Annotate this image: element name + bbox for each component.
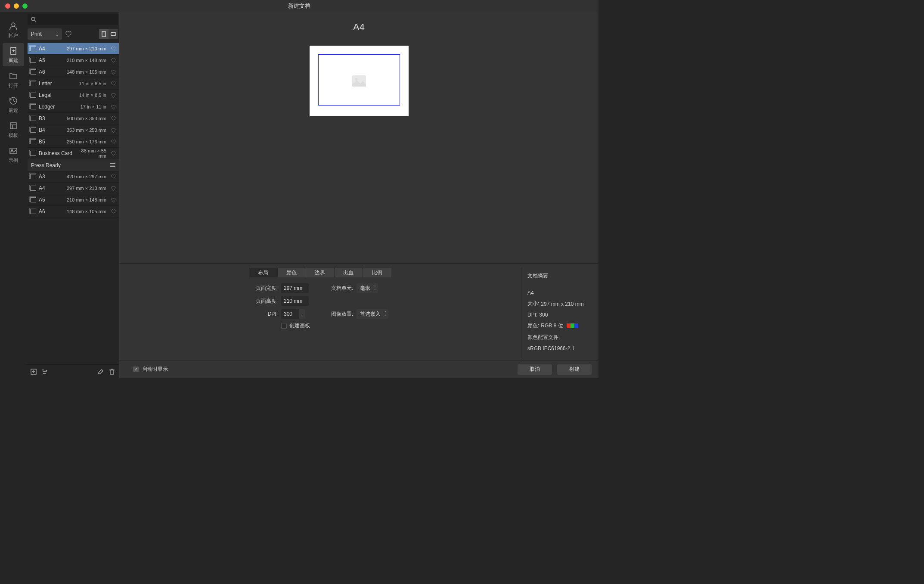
favorite-icon[interactable] (111, 116, 116, 121)
add-category-icon[interactable] (41, 368, 48, 375)
favorite-icon[interactable] (111, 127, 116, 133)
preset-item[interactable]: A4297 mm × 210 mm (28, 183, 119, 194)
svg-rect-13 (111, 33, 115, 36)
summary-dpi: 300 (539, 312, 548, 318)
favorite-icon[interactable] (111, 69, 116, 75)
preview-title: A4 (353, 22, 365, 33)
preset-item[interactable]: B4353 mm × 250 mm (28, 124, 119, 136)
section-label: Press Ready (31, 162, 61, 168)
favorite-icon[interactable] (111, 197, 116, 203)
delete-icon[interactable] (109, 368, 115, 375)
cancel-button[interactable]: 取消 (518, 364, 552, 375)
tab-0[interactable]: 布局 (249, 268, 278, 277)
window-title: 新建文档 (288, 2, 310, 10)
page-icon (30, 209, 36, 214)
favorite-icon[interactable] (111, 81, 116, 87)
create-artboard-checkbox[interactable] (281, 323, 287, 329)
page-height-input[interactable] (281, 296, 309, 306)
dpi-label: DPI: (252, 311, 278, 317)
page-icon (30, 58, 36, 63)
summary-profile: sRGB IEC61966-2.1 (527, 345, 592, 351)
preset-item[interactable]: A5210 mm × 148 mm (28, 55, 119, 66)
rail-item-folder[interactable]: 打开 (3, 68, 24, 91)
summary-title: 文档摘要 (527, 272, 592, 280)
show-startup-checkbox[interactable] (133, 367, 139, 372)
svg-rect-5 (10, 123, 16, 129)
preset-size: 148 mm × 105 mm (48, 69, 106, 75)
rail-item-recent[interactable]: 最近 (3, 93, 24, 116)
page-icon (30, 104, 36, 109)
svg-line-11 (34, 20, 36, 22)
page-width-input[interactable] (281, 283, 309, 293)
rail-label: 新建 (9, 57, 18, 64)
preset-name: B3 (39, 115, 45, 121)
rail-item-new[interactable]: 新建 (3, 43, 24, 66)
summary-profile-label: 颜色配置文件: (527, 334, 592, 341)
page-width-label: 页面宽度: (252, 285, 278, 292)
add-preset-icon[interactable] (30, 368, 37, 375)
preset-item[interactable]: A4297 mm × 210 mm (28, 43, 119, 55)
rail-item-user[interactable]: 帐户 (3, 18, 24, 41)
tab-3[interactable]: 出血 (335, 268, 363, 277)
favorite-icon[interactable] (111, 186, 116, 191)
svg-point-10 (31, 17, 35, 21)
summary-size-label: 大小: (527, 300, 539, 308)
preset-item[interactable]: A5210 mm × 148 mm (28, 194, 119, 206)
preset-item[interactable]: Business Card88 mm × 55 mm (28, 148, 119, 159)
favorite-icon[interactable] (111, 209, 116, 214)
page-icon (30, 81, 36, 86)
summary-color-label: 颜色: (527, 322, 539, 329)
color-swatches (567, 323, 578, 328)
preset-item[interactable]: B3500 mm × 353 mm (28, 113, 119, 124)
close-button[interactable] (5, 3, 10, 9)
rail-item-template[interactable]: 模板 (3, 118, 24, 141)
folder-icon (9, 71, 18, 81)
favorite-icon[interactable] (111, 58, 116, 63)
tab-4[interactable]: 比例 (363, 268, 391, 277)
recent-icon (9, 96, 18, 106)
favorite-filter-icon[interactable] (65, 30, 72, 38)
favorite-icon[interactable] (111, 93, 116, 98)
create-button[interactable]: 创建 (557, 364, 592, 375)
preset-item[interactable]: Letter11 in × 8.5 in (28, 78, 119, 90)
doc-units-select[interactable]: 毫米 (357, 283, 378, 293)
preset-size: 88 mm × 55 mm (75, 148, 106, 158)
preview-area: A4 (119, 12, 598, 263)
preset-item[interactable]: B5250 mm × 176 mm (28, 136, 119, 148)
preset-item[interactable]: Legal14 in × 8.5 in (28, 90, 119, 101)
orientation-landscape[interactable] (109, 29, 118, 39)
favorite-icon[interactable] (111, 151, 116, 156)
category-select[interactable]: Print ⌃⌄ (28, 28, 62, 40)
dpi-input[interactable] (281, 309, 299, 319)
show-startup-label: 启动时显示 (142, 366, 168, 373)
preset-item[interactable]: Ledger17 in × 11 in (28, 101, 119, 113)
window-controls (5, 3, 28, 9)
preset-item[interactable]: A3420 mm × 297 mm (28, 171, 119, 183)
favorite-icon[interactable] (111, 104, 116, 110)
settings-area: 布局颜色边界出血比例 页面宽度: 页面高度: DPI: (119, 263, 598, 360)
maximize-button[interactable] (22, 3, 28, 9)
tab-2[interactable]: 边界 (306, 268, 335, 277)
search-input[interactable] (28, 14, 118, 25)
rail-label: 帐户 (9, 32, 18, 39)
favorite-icon[interactable] (111, 174, 116, 180)
tab-1[interactable]: 颜色 (278, 268, 306, 277)
preset-section-header[interactable]: Press Ready (28, 159, 119, 171)
preset-item[interactable]: A6148 mm × 105 mm (28, 66, 119, 78)
minimize-button[interactable] (14, 3, 19, 9)
orientation-portrait[interactable] (99, 29, 109, 39)
favorite-icon[interactable] (111, 46, 116, 52)
favorite-icon[interactable] (111, 139, 116, 145)
rail-label: 模板 (9, 132, 18, 139)
dpi-dropdown[interactable]: ⌄ (299, 309, 305, 319)
create-artboard-label: 创建画板 (289, 322, 310, 329)
preset-name: A6 (39, 208, 45, 214)
rename-icon[interactable] (97, 368, 104, 375)
image-placement-select[interactable]: 首选嵌入 (357, 309, 388, 319)
preset-list[interactable]: A4297 mm × 210 mmA5210 mm × 148 mmA6148 … (28, 43, 119, 364)
preset-name: A5 (39, 197, 45, 203)
preset-size: 14 in × 8.5 in (54, 93, 106, 98)
menu-icon[interactable] (110, 163, 115, 167)
preset-item[interactable]: A6148 mm × 105 mm (28, 206, 119, 217)
rail-item-samples[interactable]: 示例 (3, 143, 24, 166)
